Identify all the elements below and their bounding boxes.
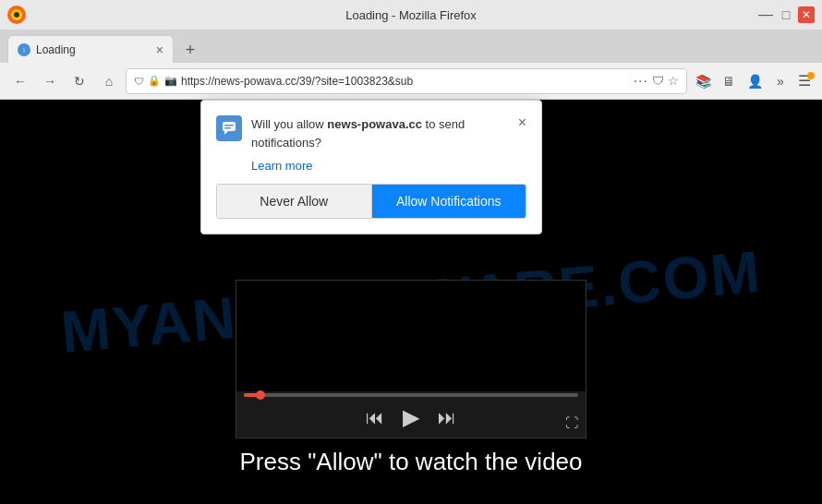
- url-overflow-icon: ···: [634, 73, 648, 90]
- firefox-window: Loading - Mozilla Firefox — □ ✕ i Loadin…: [0, 0, 822, 100]
- back-icon: ←: [14, 74, 27, 89]
- minimize-button[interactable]: —: [757, 6, 774, 23]
- svg-marker-6: [224, 131, 228, 135]
- popup-message: Will you allow news-powava.cc to send no…: [251, 115, 518, 151]
- sync-icon[interactable]: 🖥: [717, 69, 741, 93]
- tab-title: Loading: [36, 43, 151, 56]
- tab-close-button[interactable]: ×: [156, 43, 163, 56]
- reload-button[interactable]: ↻: [66, 68, 92, 94]
- url-display: https://news-powava.cc/39/?site=1003823&…: [181, 75, 630, 88]
- active-tab[interactable]: i Loading ×: [7, 35, 174, 63]
- library-icon[interactable]: 📚: [691, 69, 715, 93]
- bookmark-icon[interactable]: ☆: [668, 74, 679, 88]
- tab-bar: i Loading × +: [0, 30, 822, 63]
- progress-dot: [256, 390, 265, 400]
- popup-close-button[interactable]: ×: [518, 115, 526, 130]
- notification-icon: [216, 115, 242, 141]
- video-player: ⏮ ▶ ⏭ ⛶: [236, 280, 586, 438]
- allow-notifications-button[interactable]: Allow Notifications: [372, 185, 526, 218]
- title-bar: Loading - Mozilla Firefox — □ ✕: [0, 0, 822, 30]
- nav-bar: ← → ↻ ⌂ 🛡 🔒 📷 https://news-powava.cc/39/…: [0, 63, 822, 100]
- popup-icon-area: Will you allow news-powava.cc to send no…: [216, 115, 518, 151]
- maximize-button[interactable]: □: [778, 6, 794, 23]
- home-button[interactable]: ⌂: [96, 68, 122, 94]
- account-icon[interactable]: 👤: [743, 69, 767, 93]
- firefox-logo: [7, 6, 26, 24]
- popup-site-name: news-powava.cc: [327, 117, 422, 131]
- svg-rect-5: [223, 122, 236, 131]
- tracking-protection-icon: 🛡: [652, 74, 664, 88]
- learn-more-link[interactable]: Learn more: [251, 159, 526, 173]
- fullscreen-button[interactable]: ⛶: [565, 415, 578, 430]
- previous-button[interactable]: ⏮: [366, 407, 384, 428]
- progress-bar-container[interactable]: [236, 391, 586, 397]
- reload-icon: ↻: [74, 74, 85, 89]
- menu-notification-badge: [807, 72, 815, 79]
- page-instruction-text: Press "Allow" to watch the video: [239, 448, 582, 476]
- forward-button[interactable]: →: [37, 68, 63, 94]
- window-controls: — □ ✕: [757, 6, 815, 23]
- toolbar-icons: 📚 🖥 👤 » ☰: [691, 69, 815, 93]
- forward-icon: →: [43, 74, 56, 89]
- svg-rect-7: [224, 125, 234, 126]
- lock-icon: 🔒: [148, 75, 161, 87]
- next-button[interactable]: ⏭: [438, 407, 456, 428]
- play-button[interactable]: ▶: [403, 404, 419, 430]
- video-controls: ⏮ ▶ ⏭ ⛶: [236, 397, 586, 438]
- home-icon: ⌂: [105, 74, 113, 89]
- notification-popup: Will you allow news-powava.cc to send no…: [200, 100, 542, 234]
- new-tab-button[interactable]: +: [177, 37, 203, 63]
- popup-header: Will you allow news-powava.cc to send no…: [216, 115, 526, 151]
- close-button[interactable]: ✕: [798, 6, 815, 23]
- hamburger-menu-button[interactable]: ☰: [794, 72, 815, 90]
- tab-favicon: i: [18, 43, 30, 56]
- never-allow-button[interactable]: Never Allow: [217, 185, 372, 218]
- back-button[interactable]: ←: [7, 68, 33, 94]
- progress-bar-track: [244, 393, 578, 397]
- address-bar[interactable]: 🛡 🔒 📷 https://news-powava.cc/39/?site=10…: [126, 68, 687, 94]
- svg-point-2: [14, 12, 19, 18]
- video-screen: [236, 281, 586, 391]
- camera-icon: 📷: [164, 75, 177, 87]
- more-tools-icon[interactable]: »: [768, 69, 792, 93]
- svg-rect-8: [224, 127, 231, 129]
- window-title: Loading - Mozilla Firefox: [345, 8, 477, 22]
- security-shield-icon: 🛡: [134, 76, 144, 87]
- popup-buttons: Never Allow Allow Notifications: [216, 184, 526, 219]
